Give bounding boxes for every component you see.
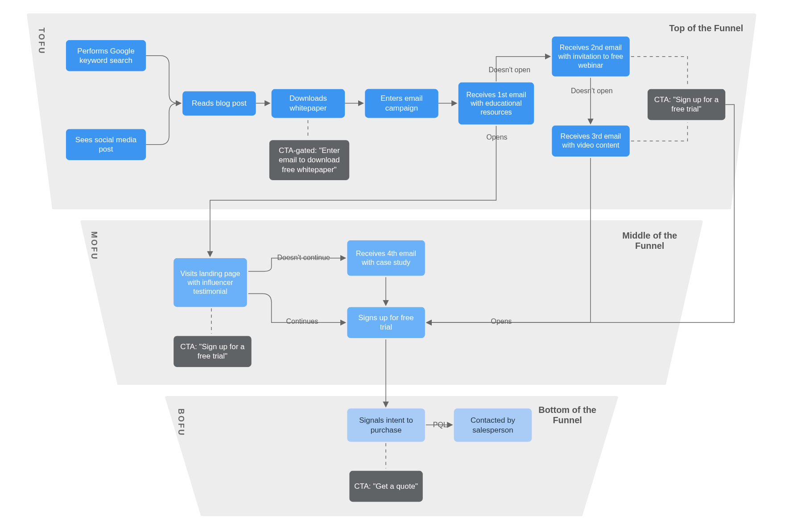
- edge-label-continues: Continues: [285, 318, 320, 326]
- node-email-3: Receives 3rd email with video content: [552, 125, 630, 157]
- node-reads-blog: Reads blog post: [182, 91, 256, 116]
- node-downloads-wp: Downloads whitepaper: [272, 89, 345, 118]
- edge-label-doesnt-open-1: Doesn't open: [488, 66, 532, 74]
- node-google-search: Performs Google keyword search: [66, 40, 146, 71]
- node-cta-quote: CTA: "Get a quote": [349, 471, 423, 502]
- node-email-2: Receives 2nd email with invitation to fr…: [552, 37, 630, 77]
- node-email-1: Receives 1st email with educational reso…: [459, 82, 534, 125]
- node-cta-trial-top: CTA: "Sign up for a free trial": [648, 89, 726, 120]
- node-signup: Signs up for free trial: [347, 307, 425, 338]
- zone-bofu-title: Bottom of the Funnel: [525, 405, 610, 425]
- zone-bofu-tag: BOFU: [176, 408, 186, 437]
- zone-tofu-tag: TOFU: [37, 28, 46, 55]
- edge-label-opens-1: Opens: [485, 133, 509, 141]
- zone-mofu-tag: MOFU: [89, 231, 99, 260]
- node-social-post: Sees social media post: [66, 129, 146, 160]
- node-cta-whitepaper: CTA-gated: "Enter email to download free…: [269, 140, 350, 180]
- zone-tofu-title: Top of the Funnel: [669, 23, 743, 33]
- node-intent: Signals intent to purchase: [347, 408, 425, 442]
- node-email-4: Receives 4th email with case study: [347, 240, 425, 276]
- node-landing: Visits landing page with influencer test…: [174, 258, 247, 307]
- edge-label-opens-2: Opens: [490, 318, 513, 326]
- node-cta-trial-mid: CTA: "Sign up for a free trial": [174, 336, 252, 367]
- node-enters-campaign: Enters email campaign: [365, 89, 438, 118]
- zone-mofu-title: Middle of the Funnel: [607, 231, 692, 251]
- edge-label-doesnt-open-2: Doesn't open: [570, 87, 614, 95]
- edge-label-doesnt-continue: Doesn't continue: [276, 254, 331, 262]
- edge-label-pql: PQL: [432, 421, 449, 429]
- node-contacted: Contacted by salesperson: [454, 408, 532, 442]
